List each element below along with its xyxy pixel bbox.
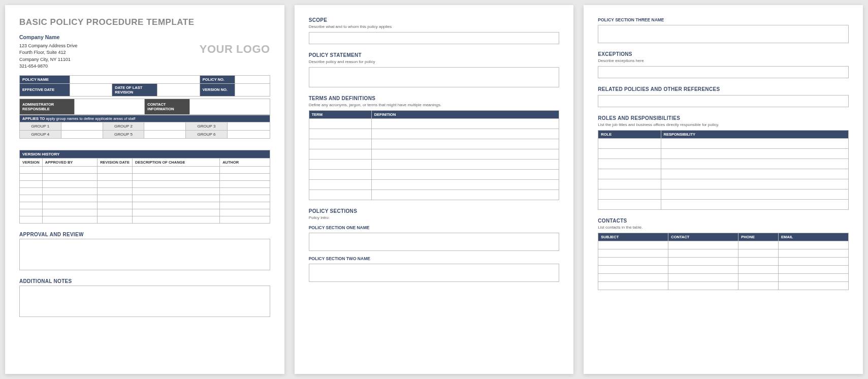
company-block: Company Name 123 Company Address Drive F… [19, 34, 270, 70]
group-value[interactable] [227, 130, 270, 138]
table-row[interactable] [309, 139, 559, 149]
col-version: VERSION [20, 158, 43, 166]
scope-box[interactable] [309, 32, 560, 44]
terms-table: TERM DEFINITION [309, 110, 560, 200]
applies-to-label: APPLIES TO [22, 116, 45, 121]
related-box[interactable] [598, 95, 849, 107]
table-row[interactable] [598, 274, 849, 282]
table-row[interactable] [309, 190, 559, 200]
company-addr3: Company City, NY 11101 [19, 56, 78, 64]
group-value[interactable] [61, 130, 103, 138]
col-role: ROLE [598, 131, 661, 139]
col-description: DESCRIPTION OF CHANGE [133, 158, 220, 166]
table-row[interactable] [598, 282, 849, 290]
field-effective-date[interactable] [70, 83, 112, 96]
table-row[interactable] [598, 159, 849, 169]
table-row[interactable] [20, 187, 270, 195]
table-row[interactable] [20, 166, 270, 173]
table-row[interactable] [20, 209, 270, 216]
document-title: BASIC POLICY PROCEDURE TEMPLATE [19, 17, 270, 27]
group-value[interactable] [227, 122, 270, 130]
policy-section-2-box[interactable] [309, 264, 560, 282]
col-subject: SUBJECT [598, 233, 668, 241]
company-addr1: 123 Company Address Drive [19, 43, 78, 50]
label-admin-responsible: ADMINISTRATOR RESPONSIBLE [20, 99, 75, 114]
field-version-no[interactable] [235, 83, 270, 96]
table-row[interactable] [20, 216, 270, 223]
applies-to-row: APPLIES TO apply group names to define a… [20, 115, 270, 122]
group-cell[interactable]: GROUP 1 [20, 122, 61, 130]
table-row[interactable] [20, 202, 270, 209]
exceptions-desc: Describe exceptions here [598, 58, 849, 63]
field-policy-name[interactable] [70, 75, 200, 83]
col-contact: CONTACT [668, 233, 738, 241]
company-phone: 321-654-9870 [19, 63, 78, 70]
related-heading: RELATED POLICIES AND OTHER REFERENCES [598, 86, 849, 92]
field-last-revision[interactable] [157, 83, 200, 96]
table-row[interactable] [598, 200, 849, 210]
label-effective-date: EFFECTIVE DATE [20, 83, 70, 96]
policy-section-3-heading: POLICY SECTION THREE NAME [598, 17, 849, 22]
scope-heading: SCOPE [309, 17, 560, 23]
table-row[interactable] [309, 160, 559, 170]
policy-sections-intro: Policy intro: [309, 215, 560, 220]
policy-statement-heading: POLICY STATEMENT [309, 52, 560, 58]
label-policy-no: POLICY NO. [200, 75, 235, 83]
page-3: POLICY SECTION THREE NAME EXCEPTIONS Des… [584, 5, 863, 374]
contacts-table: SUBJECT CONTACT PHONE EMAIL [598, 233, 849, 290]
field-contact-info[interactable] [189, 99, 270, 114]
approval-review-box[interactable] [19, 239, 270, 270]
table-row[interactable] [598, 266, 849, 274]
table-row[interactable] [309, 170, 559, 180]
group-cell[interactable]: GROUP 5 [103, 130, 144, 138]
table-row[interactable] [598, 179, 849, 190]
table-row[interactable] [598, 190, 849, 200]
table-row[interactable] [598, 258, 849, 266]
contacts-desc: List contacts in the table. [598, 225, 849, 230]
field-policy-no[interactable] [235, 75, 270, 83]
group-value[interactable] [61, 122, 103, 130]
applies-to-table: APPLIES TO apply group names to define a… [19, 115, 270, 139]
terms-heading: TERMS AND DEFINITIONS [309, 96, 560, 101]
group-value[interactable] [144, 130, 186, 138]
table-row[interactable] [20, 180, 270, 187]
policy-section-3-box[interactable] [598, 25, 849, 43]
group-cell[interactable]: GROUP 4 [20, 130, 61, 138]
table-row[interactable] [598, 139, 849, 149]
table-row[interactable] [309, 129, 559, 139]
table-row[interactable] [309, 149, 559, 160]
table-row[interactable] [309, 119, 559, 129]
company-addr2: Fourth Floor, Suite 412 [19, 49, 78, 56]
col-approved-by: APPROVED BY [42, 158, 97, 166]
table-row[interactable] [20, 173, 270, 180]
policy-section-2-heading: POLICY SECTION TWO NAME [309, 256, 560, 261]
version-history-heading: VERSION HISTORY [20, 150, 270, 158]
group-cell[interactable]: GROUP 2 [103, 122, 144, 130]
version-history-table: VERSION HISTORY VERSION APPROVED BY REVI… [19, 150, 270, 224]
group-cell[interactable]: GROUP 6 [186, 130, 228, 138]
table-row[interactable] [20, 195, 270, 202]
scope-desc: Describe what and to whom this policy ap… [309, 24, 560, 29]
group-value[interactable] [144, 122, 186, 130]
roles-desc: List the job titles and business offices… [598, 122, 849, 127]
roles-heading: ROLES AND RESPONSIBILITIES [598, 115, 849, 121]
group-cell[interactable]: GROUP 3 [186, 122, 228, 130]
label-version-no: VERSION NO. [200, 83, 235, 96]
table-row[interactable] [598, 149, 849, 159]
col-email: EMAIL [779, 233, 849, 241]
applies-to-desc: apply group names to define applicable a… [46, 116, 136, 121]
policy-meta-table: POLICY NAME POLICY NO. EFFECTIVE DATE DA… [19, 75, 270, 97]
field-admin-responsible[interactable] [75, 99, 145, 114]
col-phone: PHONE [738, 233, 779, 241]
col-definition: DEFINITION [371, 111, 559, 119]
table-row[interactable] [598, 249, 849, 258]
table-row[interactable] [309, 180, 559, 190]
additional-notes-box[interactable] [19, 286, 270, 317]
policy-section-1-box[interactable] [309, 233, 560, 251]
table-row[interactable] [598, 169, 849, 179]
policy-statement-box[interactable] [309, 67, 560, 87]
company-info: Company Name 123 Company Address Drive F… [19, 34, 78, 70]
col-responsibility: RESPONSIBILITY [661, 131, 849, 139]
exceptions-box[interactable] [598, 66, 849, 78]
table-row[interactable] [598, 241, 849, 249]
